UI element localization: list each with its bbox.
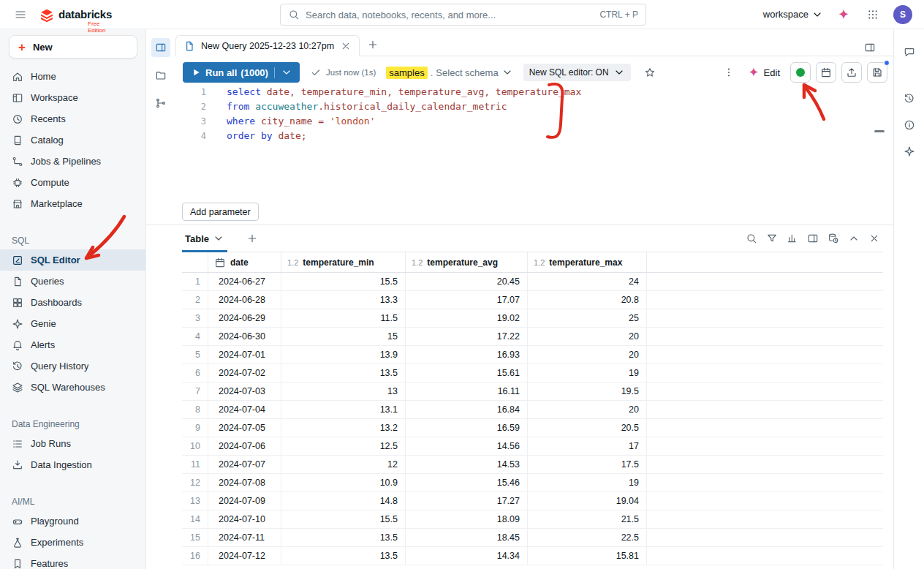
kebab-menu-button[interactable] xyxy=(720,64,738,81)
code-line[interactable]: 2from accuweather.historical_daily_calen… xyxy=(175,99,877,114)
code-line[interactable]: 1select date, temperature_min, temperatu… xyxy=(175,85,877,99)
add-visualization-button[interactable] xyxy=(243,230,261,247)
catalog-name[interactable]: samples xyxy=(386,67,427,79)
cell-temperature-max: 20 xyxy=(528,346,647,363)
sidebar-item-query-history[interactable]: Query History xyxy=(0,355,145,377)
comment-icon xyxy=(904,46,915,58)
sidebar-item-playground[interactable]: Playground xyxy=(0,510,145,532)
sidebar-item-label: Features xyxy=(31,558,68,569)
sidebar-item-compute[interactable]: Compute xyxy=(0,172,145,193)
table-view-tab[interactable]: Table xyxy=(182,225,227,252)
code-line[interactable]: 4order by date; xyxy=(175,129,877,143)
favorite-button[interactable] xyxy=(641,64,659,81)
new-tab-button[interactable] xyxy=(364,36,382,53)
query-tab[interactable]: New Query 2025-12-23 10:27pm xyxy=(175,35,360,56)
right-panel-toggle-button[interactable] xyxy=(861,39,879,56)
sidebar-item-alerts[interactable]: Alerts xyxy=(0,334,145,355)
cell-temperature-avg: 14.53 xyxy=(406,456,528,473)
table-row[interactable]: 102024-07-0612.514.5617 xyxy=(182,437,883,456)
catalog-icon xyxy=(12,135,23,146)
table-row[interactable]: 162024-07-1213.514.3415.81 xyxy=(182,547,883,565)
assistant-button[interactable] xyxy=(835,6,852,23)
sidebar-item-job-runs[interactable]: Job Runs xyxy=(0,433,145,454)
column-header-temperature-min[interactable]: 1.2temperature_min xyxy=(281,252,406,272)
sidebar-item-workspace[interactable]: Workspace xyxy=(0,87,145,108)
editor-panel-button[interactable] xyxy=(151,38,170,57)
scrollbar-thumb[interactable] xyxy=(874,130,885,132)
assistant-panel-button[interactable] xyxy=(900,142,919,161)
table-row[interactable]: 62024-07-0213.515.6119 xyxy=(182,364,883,383)
workspace-label: workspace xyxy=(763,9,808,20)
sidebar-item-data-ingestion[interactable]: Data Ingestion xyxy=(0,454,145,475)
table-row[interactable]: 52024-07-0113.916.9320 xyxy=(182,346,883,364)
table-row[interactable]: 42024-06-301517.2220 xyxy=(182,328,883,346)
table-row[interactable]: 112024-07-071214.5317.5 xyxy=(182,456,883,474)
share-button[interactable] xyxy=(841,62,862,83)
cell-date: 2024-07-10 xyxy=(208,510,281,528)
info-button[interactable] xyxy=(900,116,919,135)
column-header-date[interactable]: date xyxy=(208,252,281,272)
layout-button[interactable] xyxy=(804,230,822,247)
user-avatar[interactable]: S xyxy=(893,5,912,24)
sidebar-item-recents[interactable]: Recents xyxy=(0,108,145,129)
table-row[interactable]: 132024-07-0914.817.2719.04 xyxy=(182,492,883,510)
table-row[interactable]: 82024-07-0413.116.8420 xyxy=(182,401,883,419)
schedule-button[interactable] xyxy=(816,62,836,83)
chevron-down-icon xyxy=(281,67,292,78)
workspace-switcher[interactable]: workspace xyxy=(763,9,823,20)
assistant-edit-button[interactable]: Edit xyxy=(748,67,780,78)
column-type-label: 1.2 xyxy=(287,258,298,267)
column-header-temperature-avg[interactable]: 1.2temperature_avg xyxy=(406,252,528,272)
table-row[interactable]: 152024-07-1113.518.4522.5 xyxy=(182,529,883,547)
global-search[interactable]: CTRL + P xyxy=(280,4,646,26)
sidebar-item-genie[interactable]: Genie xyxy=(0,313,145,334)
sidebar-item-sql-editor[interactable]: SQL Editor xyxy=(0,249,145,271)
hamburger-menu-button[interactable] xyxy=(12,6,29,23)
sidebar-item-jobs-pipelines[interactable]: Jobs & Pipelines xyxy=(0,151,145,172)
version-history-button[interactable] xyxy=(900,89,919,108)
cell-temperature-min: 12.5 xyxy=(281,437,406,455)
schema-browser-button[interactable] xyxy=(151,94,170,113)
connection-status-button[interactable] xyxy=(790,62,811,83)
search-results-button[interactable] xyxy=(743,230,760,247)
sidebar-item-sql-warehouses[interactable]: SQL Warehouses xyxy=(0,377,145,398)
apps-grid-button[interactable] xyxy=(864,6,882,23)
add-parameter-button[interactable]: Add parameter xyxy=(182,203,259,221)
table-row[interactable]: 12024-06-2715.520.4524 xyxy=(182,273,883,291)
table-row[interactable]: 72024-07-031316.1119.5 xyxy=(182,383,883,401)
sidebar-item-features[interactable]: Features xyxy=(0,553,145,569)
close-tab-button[interactable] xyxy=(340,40,352,52)
workspace-browser-button[interactable] xyxy=(151,66,170,85)
close-results-button[interactable] xyxy=(866,230,883,247)
table-row[interactable]: 122024-07-0810.915.4619 xyxy=(182,474,883,492)
search-input[interactable] xyxy=(306,10,594,20)
sidebar-item-experiments[interactable]: Experiments xyxy=(0,532,145,553)
schema-placeholder[interactable]: Select schema xyxy=(436,67,498,78)
new-button[interactable]: + New xyxy=(9,35,137,59)
cell-temperature-max: 19 xyxy=(528,364,647,382)
sql-code-editor[interactable]: 1select date, temperature_min, temperatu… xyxy=(175,85,877,200)
data-freshness-button[interactable] xyxy=(825,230,842,247)
comments-button[interactable] xyxy=(900,42,919,61)
sql-editor-toggle[interactable]: New SQL editor: ON xyxy=(523,64,631,81)
table-row[interactable]: 142024-07-1015.518.0921.5 xyxy=(182,510,883,529)
unsaved-badge xyxy=(884,60,890,66)
save-button[interactable] xyxy=(867,62,887,83)
filter-button[interactable] xyxy=(763,230,781,247)
column-profile-button[interactable] xyxy=(784,230,801,247)
query-file-icon xyxy=(183,40,195,52)
sidebar-item-catalog[interactable]: Catalog xyxy=(0,129,145,151)
table-row[interactable]: 92024-07-0513.216.5920.5 xyxy=(182,419,883,437)
sidebar-item-marketplace[interactable]: Marketplace xyxy=(0,193,145,214)
sidebar-item-dashboards[interactable]: Dashboards xyxy=(0,292,145,313)
collapse-results-button[interactable] xyxy=(845,230,863,247)
sidebar-item-home[interactable]: Home xyxy=(0,66,145,87)
sidebar-item-queries[interactable]: Queries xyxy=(0,271,145,292)
run-all-button[interactable]: Run all (1000) xyxy=(183,62,300,83)
table-row[interactable]: 22024-06-2813.317.0720.8 xyxy=(182,291,883,309)
databricks-logo[interactable]: databricks Free Edition xyxy=(39,6,112,23)
column-header-temperature-max[interactable]: 1.2temperature_max xyxy=(528,252,647,272)
code-line[interactable]: 3where city_name = 'london' xyxy=(175,114,877,129)
table-row[interactable]: 32024-06-2911.519.0225 xyxy=(182,309,883,328)
catalog-schema-picker[interactable]: samples . Select schema xyxy=(386,67,512,79)
